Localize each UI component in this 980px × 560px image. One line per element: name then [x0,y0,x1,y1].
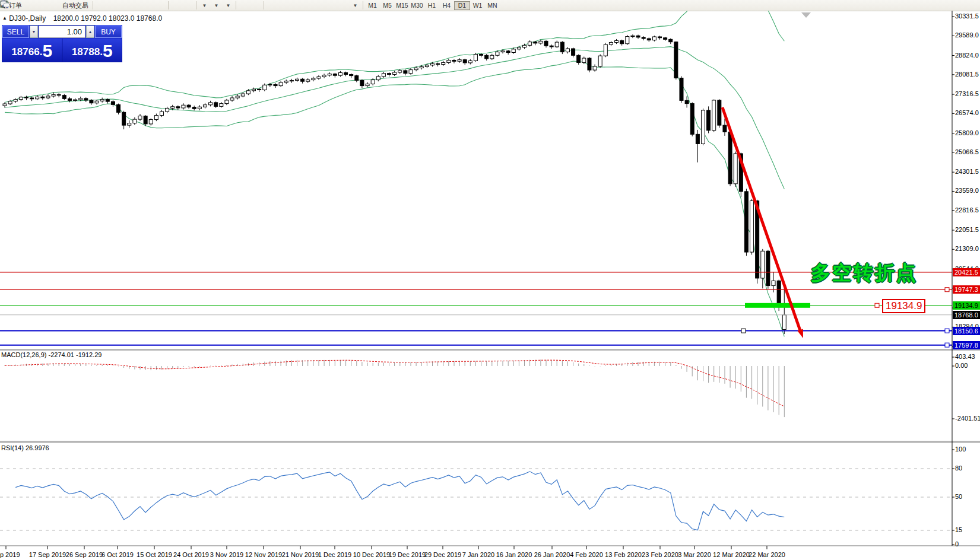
rsi-axis-label: 100 [955,446,966,453]
rsi-indicator-label: RSI(14) 26.9976 [1,444,49,451]
date-tick-label[interactable]: 4 Feb 2020 [566,551,607,558]
price-tick-label: 28824.0 [955,52,979,59]
date-tick-label[interactable]: 12 Nov 2019 [243,551,284,558]
price-tick-label: 26574.0 [955,109,979,116]
sell-button[interactable]: SELL [2,26,29,38]
price-tick-label: 22051.5 [955,226,979,233]
volume-increase-button[interactable]: ▲ [86,26,94,38]
price-badge-18768.0: 18768.0 [953,311,980,319]
price-tick-label: 27316.5 [955,90,979,97]
macd-axis-label: 403.43 [955,353,975,360]
price-tick-label: 25809.0 [955,129,979,136]
turning-point-annotation[interactable]: 多空转折点 [811,260,918,287]
price-badge-19134.9: 19134.9 [953,301,980,310]
price-tick-label: 23559.0 [955,187,979,194]
macd-value: -2274.01 [48,351,74,358]
date-tick-label[interactable]: 6 Oct 2019 [97,551,138,558]
macd-axis-label: -2401.51 [955,415,980,422]
rsi-axis-label: 15 [955,526,962,533]
macd-axis-label: 0.00 [955,362,968,369]
buy-price-display[interactable]: 18788.5 [63,39,122,62]
date-tick-label[interactable]: 22 Mar 2020 [746,551,788,558]
mt4-window: 新订单 自动交易 ▼ ▼ ▼ E F A T ▼ M [0,0,980,560]
price-tick-label: 21309.0 [955,245,979,252]
volume-input[interactable]: 1.00 [39,26,85,38]
price-tick-label: 25066.5 [955,148,979,155]
price-tick-label: 28081.5 [955,71,979,78]
date-tick-label[interactable]: 3 Nov 2019 [206,551,248,558]
date-tick-label[interactable]: 15 Oct 2019 [134,551,175,558]
one-click-expander-icon[interactable]: ▲ [2,15,7,21]
sell-price-big-digit: 5 [42,42,52,60]
volume-decrease-button[interactable]: ▼ [30,26,38,38]
sell-price-display[interactable]: 18766.5 [2,39,62,62]
symbol-period-label: DJ30-,Daily [9,14,46,23]
one-click-trading-panel: SELL ▼ 1.00 ▲ BUY 18766.5 18788.5 [2,25,122,62]
buy-price-main: 18788. [72,44,103,60]
price-tick-label: 29589.0 [955,31,979,39]
date-tick-label[interactable]: 13 Feb 2020 [602,551,644,558]
date-tick-label[interactable]: Sep 2019 [0,551,27,558]
rsi-axis-label: 0 [955,540,959,548]
rsi-value: 26.9976 [26,444,49,451]
price-tick-label: 22816.5 [955,206,979,214]
price-level-annotation-box[interactable]: 19134.9 [882,299,925,313]
date-tick-label[interactable]: 17 Sep 2019 [27,551,68,558]
price-badge-19747.3: 19747.3 [953,285,980,294]
price-tick-label: 30331.5 [955,12,979,20]
rsi-axis-label: 80 [955,464,962,472]
date-tick-label[interactable]: 1 Dec 2019 [314,551,356,558]
date-tick-label[interactable]: 3 Mar 2020 [674,551,715,558]
sell-price-main: 18766. [11,44,42,60]
macd-indicator-label: MACD(12,26,9) -2274.01 -1912.29 [1,351,102,358]
chart-title: ▲ DJ30-,Daily 18200.0 19792.0 18023.0 18… [2,14,162,23]
rsi-axis-label: 50 [955,493,962,500]
macd-signal-value: -1912.29 [76,351,102,358]
price-tick-label: 24301.5 [955,168,979,175]
price-badge-17597.8: 17597.8 [953,341,980,349]
ohlc-values: 18200.0 19792.0 18023.0 18768.0 [53,14,163,23]
date-tick-label[interactable]: 16 Jan 2020 [493,551,535,558]
price-badge-18150.6: 18150.6 [953,327,980,335]
buy-price-big-digit: 5 [103,42,113,60]
price-badge-20421.5: 20421.5 [953,268,980,276]
buy-button[interactable]: BUY [95,26,122,38]
